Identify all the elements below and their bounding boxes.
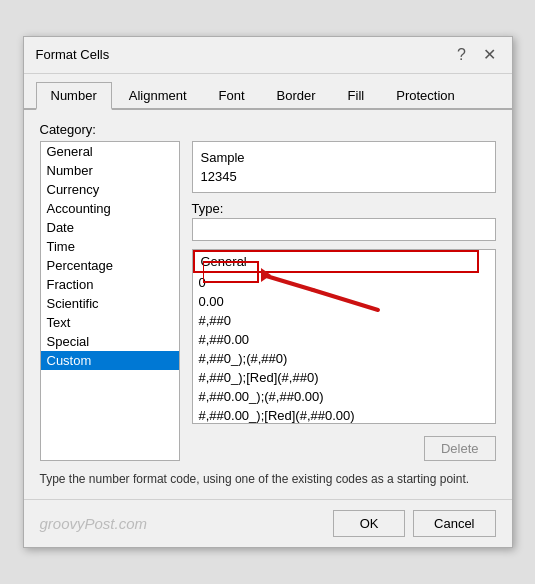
sample-value: 12345: [201, 169, 487, 184]
ok-button[interactable]: OK: [333, 510, 405, 537]
format-item-0.00[interactable]: 0.00: [193, 292, 495, 311]
tab-fill[interactable]: Fill: [333, 82, 380, 110]
format-list[interactable]: General 0 0.00 #,##0 #,##0.00 #,##0_);(#…: [192, 249, 496, 424]
sample-section: Sample 12345: [192, 141, 496, 193]
watermark: groovyPost.com: [40, 515, 148, 532]
category-label: Category:: [40, 122, 496, 137]
title-icons: ? ✕: [452, 45, 500, 65]
category-item-currency[interactable]: Currency: [41, 180, 179, 199]
title-bar: Format Cells ? ✕: [24, 37, 512, 74]
tab-protection[interactable]: Protection: [381, 82, 470, 110]
delete-btn-row: Delete: [192, 436, 496, 461]
tab-font[interactable]: Font: [204, 82, 260, 110]
format-item-0[interactable]: 0: [193, 273, 495, 292]
category-item-fraction[interactable]: Fraction: [41, 275, 179, 294]
right-panel: Sample 12345 Type:: [192, 141, 496, 461]
footer: groovyPost.com OK Cancel: [24, 499, 512, 547]
tab-border[interactable]: Border: [262, 82, 331, 110]
format-item-2[interactable]: #,##0_);[Red](#,##0): [193, 368, 495, 387]
sample-label: Sample: [201, 150, 487, 165]
format-item-1[interactable]: #,##0_);(#,##0): [193, 349, 495, 368]
category-item-special[interactable]: Special: [41, 332, 179, 351]
category-list[interactable]: General Number Currency Accounting Date …: [40, 141, 180, 461]
category-item-general[interactable]: General: [41, 142, 179, 161]
format-item-3[interactable]: #,##0.00_);(#,##0.00): [193, 387, 495, 406]
tab-number[interactable]: Number: [36, 82, 112, 110]
tab-bar: Number Alignment Font Border Fill Protec…: [24, 74, 512, 110]
format-item-hash-##0[interactable]: #,##0: [193, 311, 495, 330]
format-item-4[interactable]: #,##0.00_);[Red](#,##0.00): [193, 406, 495, 424]
category-item-scientific[interactable]: Scientific: [41, 294, 179, 313]
hint-text: Type the number format code, using one o…: [40, 471, 496, 488]
type-section: Type:: [192, 201, 496, 241]
category-item-text[interactable]: Text: [41, 313, 179, 332]
delete-button[interactable]: Delete: [424, 436, 496, 461]
footer-buttons: OK Cancel: [333, 510, 495, 537]
tab-alignment[interactable]: Alignment: [114, 82, 202, 110]
main-area: General Number Currency Accounting Date …: [40, 141, 496, 461]
category-item-number[interactable]: Number: [41, 161, 179, 180]
help-button[interactable]: ?: [452, 45, 472, 65]
format-cells-dialog: Format Cells ? ✕ Number Alignment Font B…: [23, 36, 513, 549]
type-input[interactable]: [192, 218, 496, 241]
format-item-hash-##0.00[interactable]: #,##0.00: [193, 330, 495, 349]
category-item-time[interactable]: Time: [41, 237, 179, 256]
category-item-custom[interactable]: Custom: [41, 351, 179, 370]
cancel-button[interactable]: Cancel: [413, 510, 495, 537]
tab-content: Category: General Number Currency Accoun…: [24, 110, 512, 500]
category-item-percentage[interactable]: Percentage: [41, 256, 179, 275]
dialog-title: Format Cells: [36, 47, 110, 62]
format-item-general[interactable]: General: [193, 250, 479, 273]
close-button[interactable]: ✕: [480, 45, 500, 65]
type-label: Type:: [192, 201, 496, 216]
category-item-accounting[interactable]: Accounting: [41, 199, 179, 218]
category-item-date[interactable]: Date: [41, 218, 179, 237]
